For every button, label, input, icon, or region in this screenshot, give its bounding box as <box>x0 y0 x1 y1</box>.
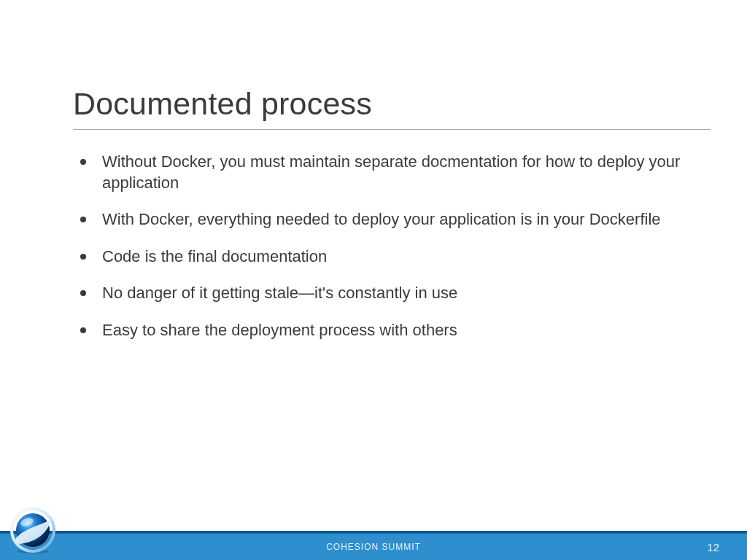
list-item: Code is the final documentation <box>73 246 703 268</box>
list-item: With Docker, everything needed to deploy… <box>73 209 703 230</box>
slide: Documented process Without Docker, you m… <box>0 0 747 560</box>
logo-icon <box>9 506 57 554</box>
list-item: Easy to share the deployment process wit… <box>73 320 703 341</box>
slide-title: Documented process <box>73 86 711 130</box>
footer-label: COHESION SUMMIT <box>0 534 747 560</box>
bullet-text: Without Docker, you must maintain separa… <box>102 152 680 192</box>
bullet-text: Easy to share the deployment process wit… <box>102 321 457 339</box>
page-number: 12 <box>707 534 719 560</box>
bullet-text: Code is the final documentation <box>102 247 327 265</box>
bullet-text: With Docker, everything needed to deploy… <box>102 210 661 228</box>
list-item: No danger of it getting stale—it's const… <box>73 283 703 304</box>
bullet-list: Without Docker, you must maintain separa… <box>73 152 703 357</box>
list-item: Without Docker, you must maintain separa… <box>73 152 703 193</box>
bullet-text: No danger of it getting stale—it's const… <box>102 284 457 302</box>
